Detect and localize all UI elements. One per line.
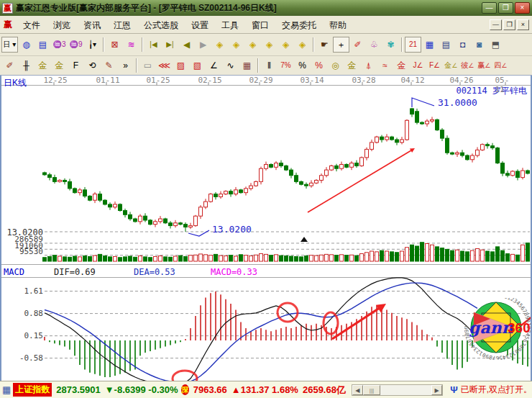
golden-section-icon[interactable]: 金 — [35, 58, 51, 73]
save-icon[interactable]: ◘ — [454, 37, 471, 53]
mdi-restore-button[interactable]: ❒ — [503, 19, 515, 30]
info-document-icon[interactable]: ▤ — [35, 37, 51, 53]
zoom-all-diamond-icon[interactable]: ◈ — [261, 37, 278, 53]
more-tools-chevron[interactable]: » — [117, 58, 134, 73]
gann-ruler-icon[interactable]: ╫ — [18, 58, 35, 73]
calculator-icon[interactable]: ▦ — [421, 37, 438, 53]
scrollbar-thumb[interactable]: ||| — [363, 385, 380, 395]
calendar-icon[interactable]: 21 — [405, 37, 421, 53]
scroll-left-arrow[interactable]: ◀ — [352, 385, 363, 395]
zoom-in-diamond-icon[interactable]: ◈ — [278, 37, 294, 53]
menu-settings[interactable]: 设置 — [185, 18, 215, 32]
brush-grid-icon[interactable]: ✎ — [101, 58, 117, 73]
macd-axis-label: 0.88 — [1, 309, 43, 318]
hist-tool-icon[interactable]: ⫴ — [261, 58, 278, 73]
shenzhen-icon[interactable]: 深 — [181, 384, 189, 395]
menu-help[interactable]: 帮助 — [323, 18, 353, 32]
printer-icon[interactable]: ⬒ — [487, 37, 504, 53]
close-button[interactable]: × — [515, 2, 530, 14]
gold-angle2-icon[interactable]: 金∠ — [443, 58, 459, 73]
box-rays-icon[interactable]: ▧ — [189, 58, 206, 73]
chart-area[interactable]: 日K线 002114 罗平锌电 12-2501-1101-2502-1502-2… — [0, 76, 532, 381]
spiral-tool-icon[interactable]: ⟲ — [84, 58, 101, 73]
fan-lines-icon[interactable]: ⋘ — [156, 58, 173, 73]
scroll-right-arrow[interactable]: ▶ — [431, 385, 442, 395]
nav-prev-icon[interactable]: ◀ — [178, 37, 195, 53]
minimize-button[interactable]: — — [482, 2, 497, 14]
notes-icon[interactable]: ▤ — [438, 37, 454, 53]
gold-line-icon[interactable]: 金 — [344, 58, 360, 73]
j-angle-icon[interactable]: J∠ — [410, 58, 426, 73]
gold-circle-icon[interactable]: ◎ — [327, 58, 344, 73]
mdi-close-button[interactable]: × — [517, 19, 529, 30]
crosshair-icon[interactable]: ＋ — [333, 37, 349, 53]
volume-axis-label: 95530 — [1, 247, 43, 256]
wave-9-icon[interactable]: ♒9 — [68, 37, 84, 53]
menu-tools[interactable]: 工具 — [215, 18, 245, 32]
x-axis-date: 01-25 — [146, 76, 170, 85]
horizontal-scrollbar[interactable]: ◀ ||| ▶ — [352, 384, 443, 396]
candle-style-dropdown[interactable]: ╽▾ — [84, 37, 101, 53]
si-angle-icon[interactable]: 四∠ — [492, 58, 509, 73]
purple-tool-icon[interactable]: ♧ — [366, 37, 382, 53]
percent7-icon[interactable]: 7% — [278, 58, 294, 73]
hand-drag-icon[interactable]: ☛ — [316, 37, 333, 53]
x-axis-date: 12-25 — [43, 76, 67, 85]
shenzhen-turnover: 2659.68亿 — [303, 384, 346, 397]
zoom-right-diamond-icon[interactable]: ◈ — [228, 37, 244, 53]
menu-window[interactable]: 窗口 — [245, 18, 275, 32]
teal-tool-icon[interactable]: ✾ — [382, 37, 399, 53]
maximize-button[interactable]: ❒ — [498, 2, 513, 14]
zoom-left-diamond-icon[interactable]: ◈ — [211, 37, 228, 53]
zoom-out-diamond-icon[interactable]: ◈ — [294, 37, 311, 53]
export-globe-icon[interactable]: ◙ — [471, 37, 487, 53]
red-grid-icon[interactable]: ⊠ — [106, 37, 123, 53]
menu-formula-stockpick[interactable]: 公式选股 — [137, 18, 185, 32]
wave-3-icon[interactable]: ♒3 — [51, 37, 68, 53]
percent-icon[interactable]: % — [294, 58, 311, 73]
menu-gann[interactable]: 江恩 — [107, 18, 137, 32]
fib-tool-icon[interactable]: F — [68, 58, 84, 73]
channel-icon[interactable]: ≈ — [377, 58, 393, 73]
macd-dif-value: DIF=0.69 — [54, 267, 96, 277]
macd-pane-title[interactable]: MACD — [4, 267, 24, 277]
nav-first-icon[interactable]: |◀ — [145, 37, 162, 53]
box-fan-icon[interactable]: ▨ — [173, 58, 189, 73]
menu-news[interactable]: 资讯 — [77, 18, 107, 32]
trend-angle-icon[interactable]: ∠ — [206, 58, 222, 73]
connection-status-text[interactable]: 已断开,双点打开。 — [461, 384, 532, 396]
mdi-minimize-button[interactable]: — — [490, 19, 502, 30]
nav-next-icon[interactable]: ▶ — [195, 37, 211, 53]
draw-pencil-icon[interactable]: ✐ — [1, 58, 18, 73]
golden-section2-icon[interactable]: 金 — [51, 58, 68, 73]
ying-angle-icon[interactable]: 赢∠ — [476, 58, 492, 73]
zoom-h-diamond-icon[interactable]: ◈ — [244, 37, 261, 53]
gold-angle-icon[interactable]: 金 — [393, 58, 410, 73]
color-chart-icon[interactable]: ≋ — [123, 37, 139, 53]
macd-value: MACD=0.33 — [211, 267, 257, 277]
grid-tool-icon[interactable]: ▦ — [239, 58, 255, 73]
percent-line-icon[interactable]: % — [311, 58, 327, 73]
toolbar-separator — [136, 58, 137, 73]
nav-last-icon[interactable]: ▶| — [162, 37, 178, 53]
box-tool-icon[interactable]: ▭ — [139, 58, 156, 73]
shanghai-index-label[interactable]: 上证指数 — [13, 383, 52, 397]
candle-brush-icon[interactable]: ⍋ — [360, 58, 377, 73]
network-quote-icon[interactable]: ◍ — [18, 37, 35, 53]
angle-pen-icon[interactable]: ✐ — [349, 37, 366, 53]
macd-axis-label: 0.15 — [1, 331, 43, 340]
x-axis-date: 03-14 — [300, 76, 324, 85]
grid-icon[interactable]: ▦ — [2, 384, 11, 395]
wave-tool-icon[interactable]: ∿ — [222, 58, 239, 73]
bi-angle-icon[interactable]: 彼∠ — [459, 58, 476, 73]
kline-chart-canvas[interactable] — [1, 76, 531, 381]
title-bar[interactable]: 赢 赢家江恩专业版[赢家内部服务平台] - [罗平锌电 SZ002114-96日… — [0, 0, 532, 16]
menu-file[interactable]: 文件 — [17, 18, 47, 32]
menu-browse[interactable]: 浏览 — [47, 18, 77, 32]
f-angle-icon[interactable]: F∠ — [426, 58, 443, 73]
x-axis-date: 04-26 — [449, 76, 473, 85]
x-axis-date: 01-11 — [96, 76, 119, 85]
kline-period-dropdown[interactable]: 日 ▾ — [1, 37, 18, 53]
toolbar-separator — [103, 37, 104, 52]
menu-trade[interactable]: 交易委托 — [275, 18, 323, 32]
